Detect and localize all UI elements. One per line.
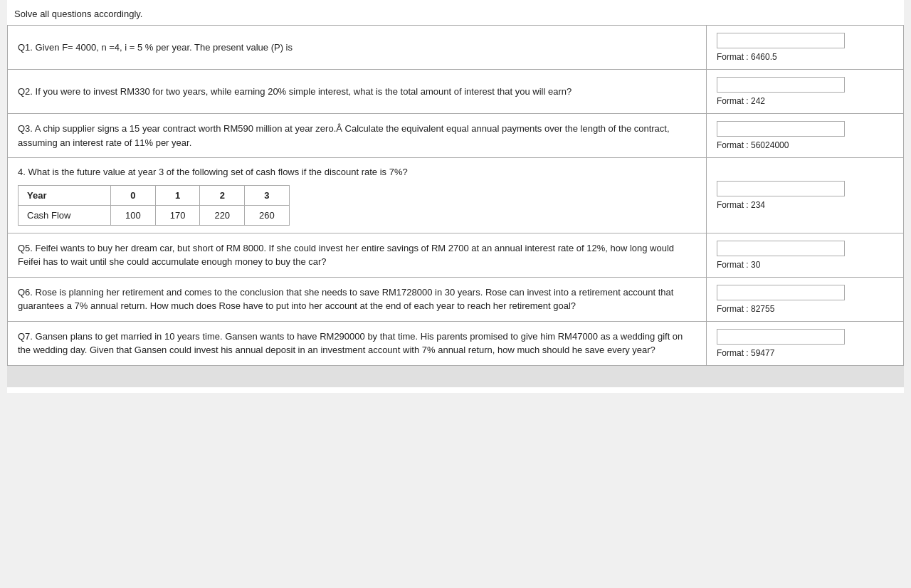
question-text-q5: Q5. Feifei wants to buy her dream car, b… (18, 243, 674, 268)
table-header-1: 1 (155, 185, 200, 205)
question-cell-q6: Q6. Rose is planning her retirement and … (8, 277, 707, 321)
answer-cell-q1: Format : 6460.5 (707, 26, 904, 70)
bottom-bar (7, 366, 904, 387)
table-row: Q6. Rose is planning her retirement and … (8, 277, 904, 321)
instructions: Solve all questions accordingly. (7, 6, 904, 25)
format-label-q3: Format : 56024000 (717, 140, 789, 150)
question-cell-q3: Q3. A chip supplier signs a 15 year cont… (8, 114, 707, 158)
answer-cell-q6: Format : 82755 (707, 277, 904, 321)
cashflow-label: Cash Flow (19, 205, 111, 225)
answer-cell-q5: Format : 30 (707, 233, 904, 277)
format-label-q1: Format : 6460.5 (717, 52, 777, 62)
table-header-0: 0 (111, 185, 156, 205)
answer-cell-q7: Format : 59477 (707, 321, 904, 365)
cashflow-table: Year 0 1 2 3 Cash Flow 100 170 220 (18, 185, 290, 226)
answer-cell-q2: Format : 242 (707, 70, 904, 114)
answer-input-q6[interactable] (717, 285, 845, 300)
format-label-q6: Format : 82755 (717, 304, 774, 314)
answer-input-q3[interactable] (717, 121, 845, 137)
question-text-q1: Q1. Given F= 4000, n =4, i = 5 % per yea… (18, 42, 293, 53)
question-cell-q1: Q1. Given F= 4000, n =4, i = 5 % per yea… (8, 26, 707, 70)
cashflow-val-2: 220 (200, 205, 245, 225)
question-text-q3: Q3. A chip supplier signs a 15 year cont… (18, 123, 670, 148)
main-table: Q1. Given F= 4000, n =4, i = 5 % per yea… (7, 25, 904, 366)
question-cell-q2: Q2. If you were to invest RM330 for two … (8, 70, 707, 114)
question-cell-q5: Q5. Feifei wants to buy her dream car, b… (8, 233, 707, 277)
format-label-q2: Format : 242 (717, 96, 765, 106)
table-row: 4. What is the future value at year 3 of… (8, 158, 904, 233)
question-text-q4: 4. What is the future value at year 3 of… (18, 167, 408, 177)
table-header-3: 3 (245, 185, 290, 205)
question-text-q7: Q7. Gansen plans to get married in 10 ye… (18, 331, 683, 356)
question-cell-q7: Q7. Gansen plans to get married in 10 ye… (8, 321, 707, 365)
table-row: Q3. A chip supplier signs a 15 year cont… (8, 114, 904, 158)
answer-input-q1[interactable] (717, 33, 845, 48)
table-header-year: Year (19, 185, 111, 205)
answer-input-q2[interactable] (717, 77, 845, 93)
question-text-q2: Q2. If you were to invest RM330 for two … (18, 86, 572, 97)
table-row: Q5. Feifei wants to buy her dream car, b… (8, 233, 904, 277)
cashflow-val-1: 170 (155, 205, 200, 225)
question-cell-q4: 4. What is the future value at year 3 of… (8, 158, 707, 233)
table-header-2: 2 (200, 185, 245, 205)
cashflow-val-3: 260 (245, 205, 290, 225)
answer-cell-q3: Format : 56024000 (707, 114, 904, 158)
table-row: Q2. If you were to invest RM330 for two … (8, 70, 904, 114)
table-row: Q7. Gansen plans to get married in 10 ye… (8, 321, 904, 365)
format-label-q5: Format : 30 (717, 260, 760, 270)
cashflow-val-0: 100 (111, 205, 156, 225)
answer-input-q7[interactable] (717, 329, 845, 345)
answer-cell-q4: Format : 234 (707, 158, 904, 233)
format-label-q4: Format : 234 (717, 200, 765, 210)
answer-input-q4[interactable] (717, 181, 845, 196)
format-label-q7: Format : 59477 (717, 348, 774, 358)
answer-input-q5[interactable] (717, 241, 845, 256)
table-row: Q1. Given F= 4000, n =4, i = 5 % per yea… (8, 26, 904, 70)
question-text-q6: Q6. Rose is planning her retirement and … (18, 287, 673, 312)
